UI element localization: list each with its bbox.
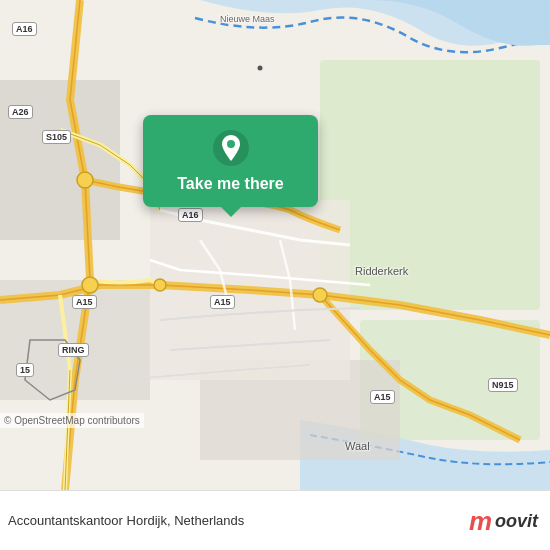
- road-label-s105: S105: [42, 130, 71, 144]
- moovit-logo: m oovit: [469, 508, 538, 534]
- svg-point-11: [258, 66, 263, 71]
- road-label-n915: N915: [488, 378, 518, 392]
- moovit-m-letter: m: [469, 508, 492, 534]
- road-label-s15: 15: [16, 363, 34, 377]
- bottom-bar: Accountantskantoor Hordijk, Netherlands …: [0, 490, 550, 550]
- road-label-a15-left: A15: [72, 295, 97, 309]
- osm-attribution: © OpenStreetMap contributors: [0, 413, 144, 428]
- location-title: Accountantskantoor Hordijk, Netherlands: [8, 513, 244, 528]
- svg-point-9: [154, 279, 166, 291]
- place-label-maas: Nieuwe Maas: [220, 14, 275, 24]
- popup-label: Take me there: [177, 175, 283, 193]
- road-label-a16-mid: A16: [178, 208, 203, 222]
- moovit-rest-text: oovit: [495, 512, 538, 530]
- road-label-a15-mid: A15: [210, 295, 235, 309]
- road-label-a15-right: A15: [370, 390, 395, 404]
- road-label-a26: A26: [8, 105, 33, 119]
- svg-rect-3: [0, 80, 120, 240]
- place-label-waal: Waal: [345, 440, 370, 452]
- svg-point-8: [82, 277, 98, 293]
- svg-rect-1: [320, 60, 540, 310]
- location-pin-icon: [212, 129, 250, 167]
- road-label-a16-top: A16: [12, 22, 37, 36]
- road-label-ring: RING: [58, 343, 89, 357]
- place-label-ridderkerk: Ridderkerk: [355, 265, 408, 277]
- svg-point-10: [313, 288, 327, 302]
- svg-point-13: [227, 140, 235, 148]
- svg-point-7: [77, 172, 93, 188]
- take-me-there-button[interactable]: Take me there: [143, 115, 318, 207]
- map-container: Take me there A16 A26 A16 A15 A15 A15 S1…: [0, 0, 550, 490]
